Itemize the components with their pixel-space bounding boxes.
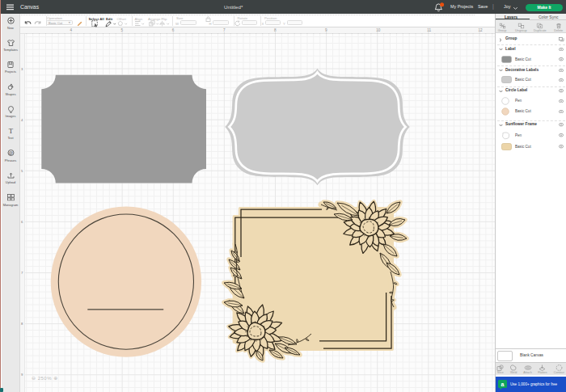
svg-text:@: @ bbox=[8, 150, 12, 155]
svg-text:T: T bbox=[8, 127, 13, 134]
svg-text:a: a bbox=[501, 381, 505, 387]
